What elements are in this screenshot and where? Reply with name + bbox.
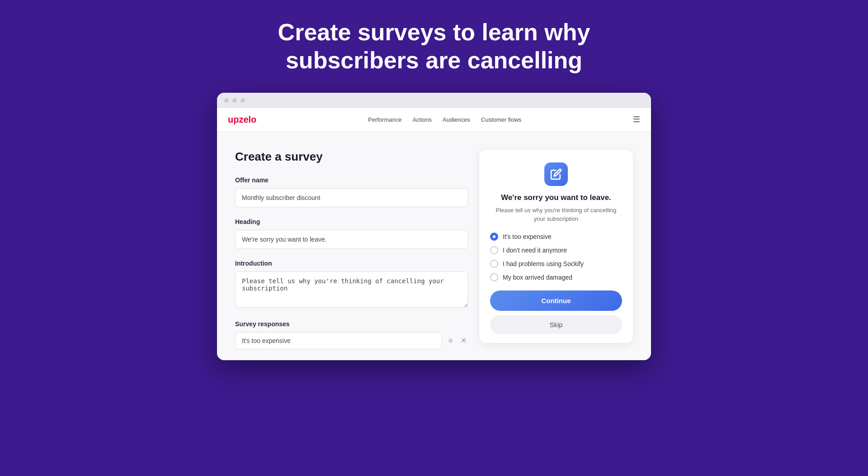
survey-response-row-1: ≡ ✕ xyxy=(235,332,468,349)
offer-name-label: Offer name xyxy=(235,176,468,184)
continue-button[interactable]: Continue xyxy=(490,290,622,311)
radio-option-4: My box arrived damaged xyxy=(490,273,622,281)
browser-dot-3 xyxy=(241,98,245,103)
radio-circle-1[interactable] xyxy=(490,233,498,241)
introduction-section: Introduction Please tell us why you're t… xyxy=(235,260,468,309)
browser-dot-2 xyxy=(232,98,237,103)
browser-window: upzelo Performance Actions Audiences Cus… xyxy=(217,93,651,360)
offer-name-input[interactable] xyxy=(235,188,468,207)
heading-section: Heading xyxy=(235,218,468,249)
browser-nav: upzelo Performance Actions Audiences Cus… xyxy=(217,108,651,132)
logo-up: up xyxy=(228,114,239,124)
preview-subtitle: Please tell us why you're thinking of ca… xyxy=(490,206,622,224)
logo: upzelo xyxy=(228,114,256,125)
drag-handle-icon[interactable]: ≡ xyxy=(447,335,454,347)
browser-dot-1 xyxy=(224,98,229,103)
nav-actions[interactable]: Actions xyxy=(412,116,432,123)
preview-title: We're sorry you want to leave. xyxy=(490,193,622,202)
survey-responses-label: Survey responses xyxy=(235,320,468,328)
survey-responses-section: Survey responses ≡ ✕ xyxy=(235,320,468,349)
heading-input[interactable] xyxy=(235,230,468,249)
skip-button[interactable]: Skip xyxy=(490,315,622,334)
form-panel: Create a survey Offer name Heading Intro… xyxy=(235,150,468,360)
nav-customer-flows[interactable]: Customer flows xyxy=(481,116,522,123)
radio-label-3: I had problems using Sockify xyxy=(503,260,584,267)
introduction-textarea[interactable]: Please tell us why you're thinking of ca… xyxy=(235,271,468,308)
radio-option-3: I had problems using Sockify xyxy=(490,260,622,268)
nav-audiences[interactable]: Audiences xyxy=(443,116,470,123)
nav-links: Performance Actions Audiences Customer f… xyxy=(368,115,521,124)
offer-name-section: Offer name xyxy=(235,176,468,207)
remove-response-icon[interactable]: ✕ xyxy=(459,334,468,347)
logo-zelo: zelo xyxy=(239,114,256,124)
form-title: Create a survey xyxy=(235,150,468,164)
browser-toolbar xyxy=(217,93,651,108)
preview-icon-wrap xyxy=(490,162,622,186)
radio-circle-4[interactable] xyxy=(490,273,498,281)
hero-title: Create surveys to learn why subscribers … xyxy=(231,18,637,75)
response-input-1[interactable] xyxy=(235,332,442,349)
radio-option-2: I don't need it anymore xyxy=(490,246,622,254)
radio-label-2: I don't need it anymore xyxy=(503,247,567,254)
preview-app-icon xyxy=(544,162,568,186)
radio-circle-3[interactable] xyxy=(490,260,498,268)
radio-option-1: It's too expensive xyxy=(490,233,622,241)
heading-label: Heading xyxy=(235,218,468,225)
menu-icon[interactable]: ☰ xyxy=(633,114,640,124)
radio-label-4: My box arrived damaged xyxy=(503,274,572,281)
browser-content: Create a survey Offer name Heading Intro… xyxy=(217,132,651,360)
nav-performance[interactable]: Performance xyxy=(368,116,401,123)
introduction-label: Introduction xyxy=(235,260,468,267)
radio-options: It's too expensive I don't need it anymo… xyxy=(490,233,622,281)
radio-label-1: It's too expensive xyxy=(503,233,552,240)
radio-circle-2[interactable] xyxy=(490,246,498,254)
preview-panel: We're sorry you want to leave. Please te… xyxy=(479,150,633,343)
